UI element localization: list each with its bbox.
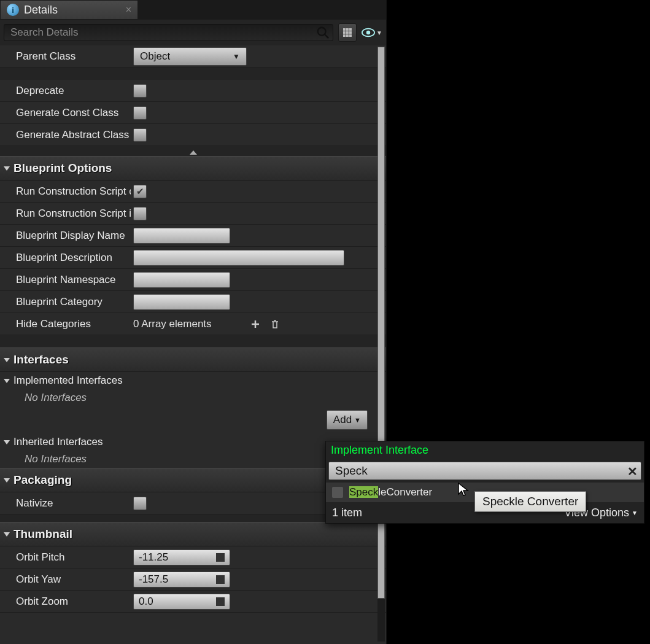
nativize-label: Nativize (0, 497, 131, 510)
orbit-zoom-label: Orbit Zoom (0, 596, 131, 608)
expand-icon (4, 532, 10, 537)
details-tab[interactable]: i Details × (0, 0, 138, 20)
svg-rect-5 (343, 31, 346, 34)
expand-icon (4, 358, 10, 362)
svg-rect-8 (343, 34, 346, 37)
view-options-button[interactable]: ▼ (362, 28, 382, 37)
orbit-pitch-input[interactable]: -11.25 (133, 549, 230, 565)
expand-icon (4, 440, 10, 444)
class-icon (332, 487, 343, 498)
add-array-element-button[interactable] (249, 317, 262, 331)
popup-title: Implement Interface (326, 441, 644, 459)
svg-rect-2 (343, 28, 346, 31)
parent-class-dropdown[interactable]: Object ▼ (133, 47, 247, 66)
bp-namespace-label: Blueprint Namespace (0, 274, 131, 286)
tooltip: Speckle Converter (474, 491, 586, 512)
run-constr-drag-checkbox[interactable] (133, 185, 147, 198)
generate-const-checkbox[interactable] (133, 106, 147, 120)
bp-display-name-input[interactable] (133, 228, 230, 244)
run-constr-drag-label: Run Construction Script on (0, 185, 131, 198)
implemented-interfaces-header[interactable]: Implemented Interfaces (0, 372, 386, 389)
tab-bar: i Details × (0, 0, 386, 20)
bp-description-input[interactable] (133, 250, 344, 266)
svg-rect-7 (349, 31, 352, 34)
svg-rect-4 (349, 28, 352, 31)
deprecate-checkbox[interactable] (133, 84, 147, 98)
nativize-checkbox[interactable] (133, 497, 147, 510)
property-matrix-button[interactable] (338, 23, 357, 42)
hide-categories-label: Hide Categories (0, 318, 131, 330)
eye-icon (362, 28, 375, 37)
search-input[interactable] (4, 24, 333, 41)
svg-rect-9 (346, 34, 349, 37)
bp-category-input[interactable] (133, 294, 230, 310)
svg-line-1 (325, 34, 328, 38)
chevron-down-icon: ▼ (233, 52, 240, 61)
drag-icon (216, 553, 225, 562)
interface-search-input[interactable] (328, 462, 641, 480)
chevron-down-icon: ▼ (354, 416, 361, 424)
orbit-pitch-label: Orbit Pitch (0, 551, 131, 564)
svg-point-0 (318, 28, 326, 36)
svg-rect-6 (346, 31, 349, 34)
array-elements-text: 0 Array elements (133, 318, 212, 330)
svg-point-12 (366, 31, 370, 34)
orbit-yaw-input[interactable]: -157.5 (133, 572, 230, 588)
bp-description-label: Blueprint Description (0, 252, 131, 264)
deprecate-label: Deprecate (0, 85, 131, 97)
no-interfaces-text: No Interfaces (0, 389, 386, 406)
bp-namespace-input[interactable] (133, 272, 230, 288)
tab-title: Details (24, 4, 121, 17)
collapse-up-indicator[interactable] (0, 146, 386, 156)
bp-category-label: Blueprint Category (0, 296, 131, 308)
chevron-down-icon: ▼ (632, 510, 638, 516)
generate-abstract-label: Generate Abstract Class (0, 129, 131, 141)
drag-icon (216, 597, 225, 606)
expand-icon (4, 166, 10, 171)
close-icon[interactable]: × (126, 4, 131, 15)
expand-icon (4, 478, 10, 483)
expand-icon (4, 379, 10, 383)
info-icon: i (7, 4, 19, 16)
orbit-yaw-label: Orbit Yaw (0, 573, 131, 586)
svg-rect-3 (346, 28, 349, 31)
interfaces-section[interactable]: Interfaces (0, 347, 386, 372)
run-constr-seq-checkbox[interactable] (133, 207, 147, 220)
clear-search-icon[interactable]: ✕ (627, 464, 638, 479)
svg-rect-10 (349, 34, 352, 37)
add-interface-button[interactable]: Add ▼ (327, 410, 368, 430)
cursor-icon (457, 482, 470, 498)
drag-icon (216, 575, 225, 584)
orbit-zoom-input[interactable]: 0.0 (133, 594, 230, 610)
blueprint-options-section[interactable]: Blueprint Options (0, 156, 386, 180)
clear-array-button[interactable] (268, 317, 282, 331)
search-icon (316, 26, 330, 39)
run-constr-seq-label: Run Construction Script in (0, 208, 131, 220)
bp-display-name-label: Blueprint Display Name (0, 230, 131, 242)
generate-const-label: Generate Const Class (0, 107, 131, 119)
parent-class-label: Parent Class (0, 50, 131, 63)
result-count: 1 item (332, 506, 362, 519)
thumbnail-section[interactable]: Thumbnail (0, 522, 386, 546)
generate-abstract-checkbox[interactable] (133, 128, 147, 142)
